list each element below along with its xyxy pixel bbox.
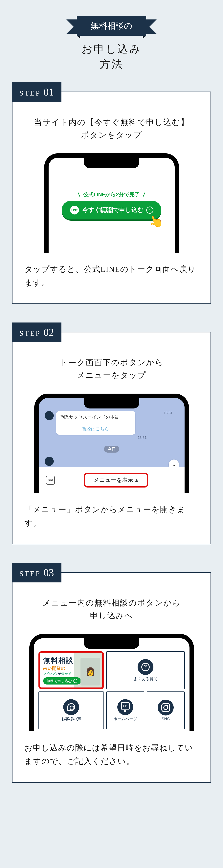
monitor-icon — [121, 702, 129, 710]
step-note: タップすると、公式LINEのトーク画面へ戻ります。 — [24, 262, 199, 289]
step-tag: STEP 02 — [12, 322, 62, 342]
step-card-01: STEP 01 当サイト内の【今すぐ無料で申し込む】 ボタンをタップ 公式LIN… — [12, 92, 211, 304]
phone-notch — [84, 638, 139, 649]
step-title: 当サイト内の【今すぐ無料で申し込む】 ボタンをタップ — [24, 116, 199, 142]
arrow-right-icon: › — [73, 679, 77, 683]
avatar — [45, 457, 54, 466]
step-tag: STEP 01 — [12, 82, 62, 102]
pointer-hand-icon: 👆 — [147, 212, 165, 230]
chat-footer: ⌨ メニューを表示 ▴ — [39, 467, 185, 493]
show-menu-button[interactable]: メニューを表示 ▴ — [84, 473, 148, 488]
phone-mock: 15:51 副業サクセスマインドの本質 視聴はこちら 15:51 今日 ⌄ ⌨ … — [34, 394, 189, 493]
phone-notch — [84, 157, 139, 168]
promo-apply-button[interactable]: 無料で申し込む › — [43, 677, 81, 684]
chevron-down-icon: ⌄ — [172, 462, 176, 467]
voice-menu-button[interactable]: お客様の声 — [38, 691, 104, 729]
speech-icon — [67, 703, 75, 711]
phone-mock: 無料相談 占い開業の ノウハウが分かる 無料で申し込む › 👩 よくある質問 — [29, 634, 194, 731]
apply-now-button[interactable]: LINE 今すぐ無料で申し込む › 👆 — [62, 201, 161, 219]
cta-caption: 公式LINEから2分で完了 — [78, 191, 145, 198]
arrow-right-icon: › — [146, 207, 153, 214]
timestamp: 15:51 — [138, 436, 147, 440]
ribbon-text: 無料相談の — [90, 21, 133, 30]
step-note: お申し込みの際には希望日時をお尋ねしていますので、ご記入ください。 — [24, 741, 199, 768]
date-separator: 今日 — [104, 445, 119, 453]
homepage-menu-button[interactable]: ホームページ — [106, 691, 144, 729]
keyboard-icon[interactable]: ⌨ — [46, 475, 55, 485]
step-note: 「メニュー」ボタンからメニューを開きます。 — [24, 503, 199, 530]
step-card-02: STEP 02 トーク画面下のボタンから メニューをタップ 15:51 副業サク… — [12, 332, 211, 544]
watch-link[interactable]: 視聴はこちら — [61, 423, 131, 435]
promo-image: 👩 — [80, 658, 100, 685]
step-title: トーク画面下のボタンから メニューをタップ — [24, 356, 199, 382]
bubble-title: 副業サクセスマインドの本質 — [61, 414, 131, 420]
chat-message — [45, 457, 54, 466]
ribbon-badge: 無料相談の — [77, 16, 146, 36]
question-icon — [141, 663, 150, 671]
step-title: メニュー内の無料相談のボタンから 申し込みへ — [24, 596, 199, 622]
chat-message: 副業サクセスマインドの本質 視聴はこちら — [45, 411, 136, 435]
chat-bubble[interactable]: 副業サクセスマインドの本質 視聴はこちら — [56, 411, 136, 435]
timestamp: 15:51 — [163, 411, 173, 415]
avatar — [45, 411, 54, 420]
page-title: お申し込み 方法 — [0, 42, 223, 72]
phone-notch — [84, 398, 139, 408]
phone-mock: 公式LINEから2分で完了 LINE 今すぐ無料で申し込む › 👆 — [44, 153, 179, 253]
line-icon: LINE — [70, 205, 79, 215]
step-tag: STEP 03 — [12, 563, 62, 583]
free-consult-menu-button[interactable]: 無料相談 占い開業の ノウハウが分かる 無料で申し込む › 👩 — [38, 651, 104, 689]
sns-menu-button[interactable]: SNS — [147, 691, 185, 729]
step-card-03: STEP 03 メニュー内の無料相談のボタンから 申し込みへ 無料相談 占い開業… — [12, 572, 211, 783]
page-header: 無料相談の お申し込み 方法 — [0, 16, 223, 72]
instagram-icon — [161, 703, 170, 712]
faq-menu-button[interactable]: よくある質問 — [106, 651, 185, 689]
